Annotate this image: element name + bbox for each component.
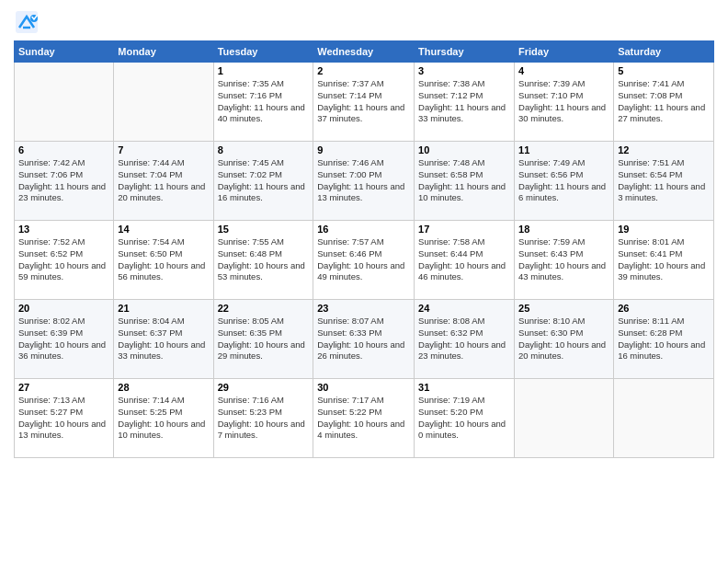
weekday-header-tuesday: Tuesday	[213, 41, 313, 63]
day-number: 4	[518, 65, 609, 76]
logo-icon	[14, 9, 40, 35]
day-info: Sunrise: 7:37 AMSunset: 7:14 PMDaylight:…	[317, 78, 410, 125]
day-info: Sunrise: 7:19 AMSunset: 5:20 PMDaylight:…	[418, 395, 510, 442]
day-number: 20	[18, 303, 109, 314]
day-cell: 15Sunrise: 7:55 AMSunset: 6:48 PMDayligh…	[213, 221, 313, 300]
day-number: 13	[18, 224, 109, 235]
day-cell: 19Sunrise: 8:01 AMSunset: 6:41 PMDayligh…	[614, 221, 714, 300]
day-number: 19	[618, 224, 710, 235]
day-number: 27	[18, 382, 109, 393]
header	[14, 9, 714, 35]
day-info: Sunrise: 7:46 AMSunset: 7:00 PMDaylight:…	[317, 157, 410, 204]
day-info: Sunrise: 7:38 AMSunset: 7:12 PMDaylight:…	[418, 78, 510, 125]
day-cell: 16Sunrise: 7:57 AMSunset: 6:46 PMDayligh…	[313, 221, 415, 300]
day-number: 12	[618, 144, 710, 155]
day-number: 3	[418, 65, 510, 76]
day-number: 9	[317, 144, 410, 155]
day-number: 25	[518, 303, 609, 314]
day-info: Sunrise: 7:57 AMSunset: 6:46 PMDaylight:…	[317, 236, 410, 283]
day-info: Sunrise: 7:58 AMSunset: 6:44 PMDaylight:…	[418, 236, 510, 283]
day-number: 2	[317, 65, 410, 76]
day-number: 17	[418, 224, 510, 235]
week-row-2: 6Sunrise: 7:42 AMSunset: 7:06 PMDaylight…	[15, 142, 714, 221]
day-info: Sunrise: 8:07 AMSunset: 6:33 PMDaylight:…	[317, 316, 410, 362]
day-cell: 12Sunrise: 7:51 AMSunset: 6:54 PMDayligh…	[614, 142, 714, 221]
day-cell	[614, 379, 714, 458]
day-cell: 25Sunrise: 8:10 AMSunset: 6:30 PMDayligh…	[515, 300, 614, 379]
day-cell: 18Sunrise: 7:59 AMSunset: 6:43 PMDayligh…	[515, 221, 614, 300]
day-cell: 11Sunrise: 7:49 AMSunset: 6:56 PMDayligh…	[515, 142, 614, 221]
day-number: 24	[418, 303, 510, 314]
day-number: 23	[317, 303, 410, 314]
day-number: 26	[618, 303, 710, 314]
day-info: Sunrise: 7:17 AMSunset: 5:22 PMDaylight:…	[317, 395, 410, 442]
weekday-header-thursday: Thursday	[415, 41, 515, 63]
day-cell: 24Sunrise: 8:08 AMSunset: 6:32 PMDayligh…	[415, 300, 515, 379]
weekday-header-wednesday: Wednesday	[313, 41, 415, 63]
day-cell: 30Sunrise: 7:17 AMSunset: 5:22 PMDayligh…	[313, 379, 415, 458]
day-number: 21	[118, 303, 209, 314]
day-cell: 6Sunrise: 7:42 AMSunset: 7:06 PMDaylight…	[15, 142, 114, 221]
day-number: 15	[218, 224, 310, 235]
weekday-header-monday: Monday	[114, 41, 213, 63]
day-cell: 7Sunrise: 7:44 AMSunset: 7:04 PMDaylight…	[114, 142, 213, 221]
day-cell: 9Sunrise: 7:46 AMSunset: 7:00 PMDaylight…	[313, 142, 415, 221]
day-info: Sunrise: 7:54 AMSunset: 6:50 PMDaylight:…	[118, 236, 209, 283]
day-cell: 5Sunrise: 7:41 AMSunset: 7:08 PMDaylight…	[614, 63, 714, 142]
weekday-header-friday: Friday	[515, 41, 614, 63]
day-cell: 29Sunrise: 7:16 AMSunset: 5:23 PMDayligh…	[213, 379, 313, 458]
day-cell: 28Sunrise: 7:14 AMSunset: 5:25 PMDayligh…	[114, 379, 213, 458]
day-cell: 27Sunrise: 7:13 AMSunset: 5:27 PMDayligh…	[15, 379, 114, 458]
weekday-header-saturday: Saturday	[614, 41, 714, 63]
day-cell: 13Sunrise: 7:52 AMSunset: 6:52 PMDayligh…	[15, 221, 114, 300]
day-number: 8	[218, 144, 310, 155]
day-info: Sunrise: 7:13 AMSunset: 5:27 PMDaylight:…	[18, 395, 109, 442]
calendar-container: SundayMondayTuesdayWednesdayThursdayFrid…	[0, 0, 728, 563]
calendar-body: 1Sunrise: 7:35 AMSunset: 7:16 PMDaylight…	[15, 63, 714, 458]
day-info: Sunrise: 7:59 AMSunset: 6:43 PMDaylight:…	[518, 236, 609, 283]
day-number: 14	[118, 224, 209, 235]
day-info: Sunrise: 7:14 AMSunset: 5:25 PMDaylight:…	[118, 395, 209, 442]
day-cell: 21Sunrise: 8:04 AMSunset: 6:37 PMDayligh…	[114, 300, 213, 379]
day-info: Sunrise: 7:16 AMSunset: 5:23 PMDaylight:…	[218, 395, 310, 442]
day-cell: 8Sunrise: 7:45 AMSunset: 7:02 PMDaylight…	[213, 142, 313, 221]
day-number: 1	[218, 65, 310, 76]
day-number: 28	[118, 382, 209, 393]
day-cell: 1Sunrise: 7:35 AMSunset: 7:16 PMDaylight…	[213, 63, 313, 142]
day-number: 5	[618, 65, 710, 76]
svg-rect-0	[16, 11, 38, 33]
day-cell: 22Sunrise: 8:05 AMSunset: 6:35 PMDayligh…	[213, 300, 313, 379]
calendar-header: SundayMondayTuesdayWednesdayThursdayFrid…	[15, 41, 714, 63]
day-cell: 26Sunrise: 8:11 AMSunset: 6:28 PMDayligh…	[614, 300, 714, 379]
day-number: 16	[317, 224, 410, 235]
day-info: Sunrise: 8:01 AMSunset: 6:41 PMDaylight:…	[618, 236, 710, 283]
day-number: 22	[218, 303, 310, 314]
day-info: Sunrise: 7:35 AMSunset: 7:16 PMDaylight:…	[218, 78, 310, 125]
day-cell	[114, 63, 213, 142]
day-cell: 4Sunrise: 7:39 AMSunset: 7:10 PMDaylight…	[515, 63, 614, 142]
day-info: Sunrise: 7:39 AMSunset: 7:10 PMDaylight:…	[518, 78, 609, 125]
day-info: Sunrise: 8:04 AMSunset: 6:37 PMDaylight:…	[118, 316, 209, 362]
day-cell	[515, 379, 614, 458]
day-cell: 23Sunrise: 8:07 AMSunset: 6:33 PMDayligh…	[313, 300, 415, 379]
day-cell	[15, 63, 114, 142]
day-info: Sunrise: 8:05 AMSunset: 6:35 PMDaylight:…	[218, 316, 310, 362]
day-cell: 20Sunrise: 8:02 AMSunset: 6:39 PMDayligh…	[15, 300, 114, 379]
day-cell: 2Sunrise: 7:37 AMSunset: 7:14 PMDaylight…	[313, 63, 415, 142]
day-cell: 17Sunrise: 7:58 AMSunset: 6:44 PMDayligh…	[415, 221, 515, 300]
calendar-table: SundayMondayTuesdayWednesdayThursdayFrid…	[14, 40, 714, 458]
logo	[14, 9, 41, 35]
day-info: Sunrise: 7:52 AMSunset: 6:52 PMDaylight:…	[18, 236, 109, 283]
day-cell: 14Sunrise: 7:54 AMSunset: 6:50 PMDayligh…	[114, 221, 213, 300]
day-info: Sunrise: 8:02 AMSunset: 6:39 PMDaylight:…	[18, 316, 109, 362]
week-row-3: 13Sunrise: 7:52 AMSunset: 6:52 PMDayligh…	[15, 221, 714, 300]
day-info: Sunrise: 7:41 AMSunset: 7:08 PMDaylight:…	[618, 78, 710, 125]
day-info: Sunrise: 8:11 AMSunset: 6:28 PMDaylight:…	[618, 316, 710, 362]
day-info: Sunrise: 7:42 AMSunset: 7:06 PMDaylight:…	[18, 157, 109, 204]
day-number: 18	[518, 224, 609, 235]
day-info: Sunrise: 7:55 AMSunset: 6:48 PMDaylight:…	[218, 236, 310, 283]
day-cell: 3Sunrise: 7:38 AMSunset: 7:12 PMDaylight…	[415, 63, 515, 142]
day-cell: 10Sunrise: 7:48 AMSunset: 6:58 PMDayligh…	[415, 142, 515, 221]
weekday-header-row: SundayMondayTuesdayWednesdayThursdayFrid…	[15, 41, 714, 63]
day-info: Sunrise: 7:48 AMSunset: 6:58 PMDaylight:…	[418, 157, 510, 204]
